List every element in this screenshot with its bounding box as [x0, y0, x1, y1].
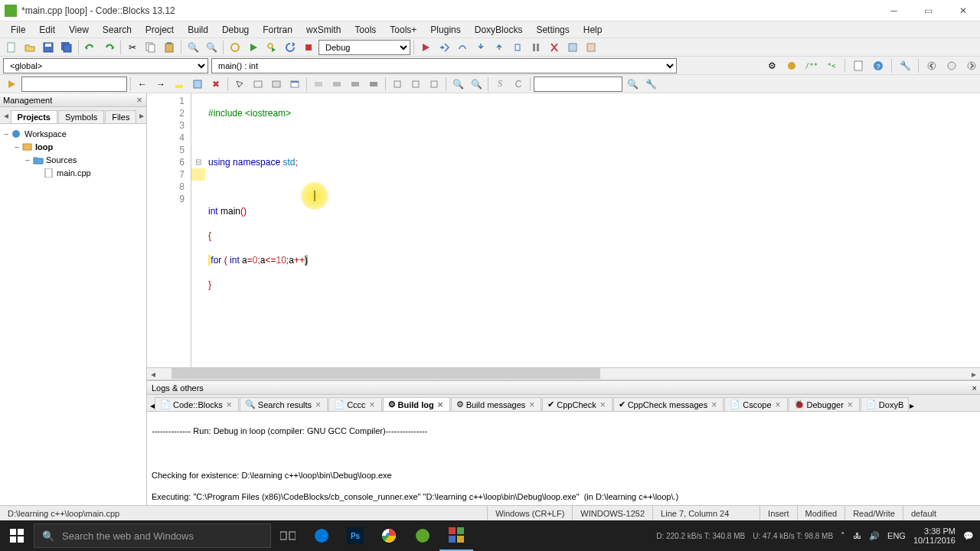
box2-icon[interactable] [328, 77, 345, 92]
tb-question-icon[interactable]: ? [870, 58, 887, 73]
search-input[interactable] [534, 77, 622, 92]
select-icon[interactable] [231, 77, 248, 92]
app-codeblocks-icon[interactable] [439, 520, 473, 551]
app-chrome-icon[interactable] [372, 520, 406, 551]
logs-close-icon[interactable]: × [972, 383, 977, 393]
zoom-out-icon[interactable]: 🔍 [468, 77, 485, 92]
logs-tab-debugger[interactable]: 🐞Debugger× [789, 397, 860, 411]
minimize-button[interactable]: ─ [877, 0, 911, 21]
step-over-icon[interactable] [454, 40, 471, 55]
tab-files[interactable]: Files [105, 110, 136, 123]
tree-file[interactable]: main.cpp [2, 166, 145, 179]
menu-file[interactable]: File [5, 23, 31, 37]
scope-select[interactable]: <global> [3, 58, 208, 73]
box4-icon[interactable] [365, 77, 382, 92]
box7-icon[interactable] [426, 77, 443, 92]
logs-tab-doxy[interactable]: 📄DoxyB [861, 397, 909, 411]
frame-icon[interactable] [250, 77, 266, 92]
box5-icon[interactable] [389, 77, 406, 92]
menu-tools[interactable]: Tools [348, 23, 382, 37]
debug-pause-icon[interactable] [528, 40, 544, 55]
logs-tab-codeblocks[interactable]: 📄Code::Blocks× [155, 397, 239, 411]
nav-forward-icon[interactable] [963, 58, 980, 73]
logs-tab-buildlog[interactable]: ⚙Build log× [383, 397, 450, 411]
save-all-icon[interactable] [58, 40, 75, 55]
logs-tab-cccc[interactable]: 📄Cccc× [328, 397, 381, 411]
editor-hscroll[interactable]: ◂ ▸ [147, 367, 980, 380]
logs-tab-cppcheck[interactable]: ✔CppCheck× [542, 397, 612, 411]
debug-windows-icon[interactable] [564, 40, 581, 55]
step-instruction-icon[interactable] [509, 40, 526, 55]
clear-icon[interactable]: ✖ [207, 77, 224, 92]
tb-wrench-icon[interactable]: 🔧 [897, 58, 913, 73]
new-file-icon[interactable] [3, 40, 20, 55]
menu-project[interactable]: Project [139, 23, 180, 37]
strike-icon[interactable]: S [492, 77, 508, 92]
menu-view[interactable]: View [63, 23, 95, 37]
build-run-icon[interactable] [263, 40, 280, 55]
copy-icon[interactable] [142, 40, 159, 55]
rebuild-icon[interactable] [282, 40, 299, 55]
debug-stop-icon[interactable] [546, 40, 563, 55]
logs-tab-search[interactable]: 🔍Search results× [240, 397, 328, 411]
tb-comment-icon[interactable]: /** [803, 58, 820, 73]
bookmark-icon[interactable] [189, 77, 206, 92]
menu-toolsplus[interactable]: Tools+ [384, 23, 423, 37]
paste-icon[interactable] [161, 40, 178, 55]
app-photoshop-icon[interactable]: Ps [338, 520, 372, 551]
box1-icon[interactable] [310, 77, 327, 92]
tb-endcomment-icon[interactable]: *< [823, 58, 840, 73]
zoom-in-icon[interactable]: 🔍 [449, 77, 466, 92]
tree-project[interactable]: − loop [2, 140, 145, 153]
logs-tab-next-icon[interactable]: ▸ [910, 400, 914, 411]
task-view-icon[interactable] [271, 520, 305, 551]
logs-tab-cscope[interactable]: 📄Cscope× [724, 397, 787, 411]
tree-workspace[interactable]: − Workspace [2, 127, 145, 140]
app-utorrent-icon[interactable] [406, 520, 439, 551]
tray-lang[interactable]: ENG [887, 531, 906, 540]
tb-help-icon[interactable] [783, 58, 800, 73]
build-icon[interactable] [227, 40, 243, 55]
replace-icon[interactable]: 🔍 [203, 40, 220, 55]
undo-icon[interactable] [82, 40, 99, 55]
prev-mark-icon[interactable]: ← [134, 77, 151, 92]
menu-settings[interactable]: Settings [530, 23, 575, 37]
step-out-icon[interactable] [491, 40, 508, 55]
run-icon[interactable] [245, 40, 262, 55]
tab-projects[interactable]: Projects [11, 110, 57, 123]
tray-clock[interactable]: 3:38 PM 10/11/2016 [913, 527, 956, 545]
search-options-icon[interactable]: 🔧 [642, 77, 659, 92]
fold-margin[interactable]: ⊟ [191, 93, 205, 367]
code-area[interactable]: #include <iostream> using namespace std;… [205, 93, 980, 367]
tab-next-icon[interactable]: ▸ [137, 108, 146, 123]
box6-icon[interactable] [407, 77, 424, 92]
debug-run-icon[interactable] [417, 40, 434, 55]
cut-icon[interactable]: ✂ [124, 40, 141, 55]
step-into-icon[interactable] [472, 40, 489, 55]
menu-doxyblocks[interactable]: DoxyBlocks [469, 23, 529, 37]
debug-info-icon[interactable] [583, 40, 599, 55]
app-edge-icon[interactable] [305, 520, 338, 551]
build-target-select[interactable]: Debug [318, 40, 410, 55]
abort-icon[interactable] [300, 40, 317, 55]
maximize-button[interactable]: ▭ [911, 0, 946, 21]
debug-continue-icon[interactable] [436, 40, 452, 55]
function-select[interactable]: main() : int [211, 58, 677, 73]
tray-network-icon[interactable]: 🖧 [853, 531, 861, 540]
tray-notifications-icon[interactable]: 💬 [963, 531, 974, 541]
taskbar-search[interactable]: 🔍 Search the web and Windows [34, 523, 271, 548]
highlight-icon[interactable] [171, 77, 188, 92]
box3-icon[interactable] [347, 77, 364, 92]
nav-last-icon[interactable] [943, 58, 960, 73]
dialog-icon[interactable] [286, 77, 303, 92]
nav-back-icon[interactable] [923, 58, 940, 73]
open-file-icon[interactable] [21, 40, 38, 55]
refresh-icon[interactable]: C [510, 77, 527, 92]
jump-input[interactable] [21, 77, 127, 92]
logs-tab-cppcheckmsg[interactable]: ✔CppCheck messages× [613, 397, 724, 411]
menu-fortran[interactable]: Fortran [256, 23, 299, 37]
tree-sources[interactable]: − Sources [2, 153, 145, 166]
menu-help[interactable]: Help [577, 23, 609, 37]
menu-search[interactable]: Search [96, 23, 138, 37]
tab-symbols[interactable]: Symbols [58, 110, 104, 123]
